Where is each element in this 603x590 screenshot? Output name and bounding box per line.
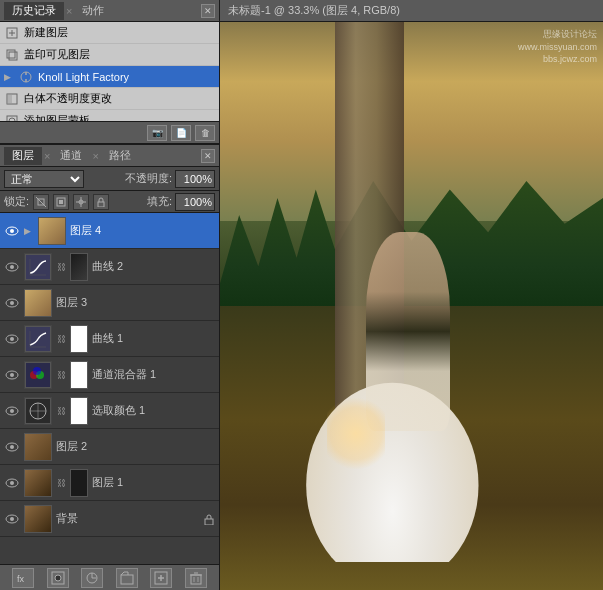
mask-thumbnail [70,253,88,281]
history-snapshot-btn[interactable]: 📷 [147,125,167,141]
layer-thumbnail [38,217,66,245]
lock-transparent-btn[interactable] [33,194,49,210]
layer-thumbnail [24,469,52,497]
layer-visibility-toggle[interactable] [4,331,20,347]
svg-point-30 [10,337,14,341]
history-delete-btn[interactable]: 🗑 [195,125,215,141]
history-item-selected[interactable]: ▶ Knoll Light Factory [0,66,219,88]
svg-rect-57 [121,575,133,584]
layer-item[interactable]: ⛓ 曲线 2 [0,249,219,285]
layer-item-background[interactable]: 背景 [0,501,219,537]
svg-text:fx: fx [17,574,25,584]
merge-icon [4,47,20,63]
fill-input[interactable] [175,193,215,211]
history-item[interactable]: 白体不透明度更改 [0,88,219,110]
svg-rect-15 [59,200,63,204]
history-panel: 历史记录 × 动作 ✕ 新建图层 盖印可见图层 [0,0,219,145]
tab-actions[interactable]: 动作 [74,2,112,20]
opacity-control: 不透明度: [125,170,215,188]
svg-point-23 [10,265,14,269]
chain-icon: ⛓ [56,334,66,344]
watermark-text: 思缘设计论坛 www.missyuan.com bbs.jcwz.com [518,28,597,66]
svg-rect-9 [7,94,12,104]
svg-point-49 [10,481,14,485]
tab-sep: × [44,150,50,162]
layer-item[interactable]: ▶ 图层 4 [0,213,219,249]
history-item-label: 盖印可见图层 [24,47,90,62]
svg-point-21 [10,229,14,233]
layer-fx-btn[interactable]: fx [12,568,34,588]
lock-label: 锁定: [4,194,29,209]
layer-adjustment-btn[interactable] [81,568,103,588]
layers-panel: 图层 × 通道 × 路径 ✕ 正常 不透明度: 锁定: [0,145,219,590]
layer-visibility-toggle[interactable] [4,439,20,455]
blend-mode-select[interactable]: 正常 [4,170,84,188]
layer-name: 通道混合器 1 [92,367,215,382]
layer-item[interactable]: 图层 2 [0,429,219,465]
svg-rect-61 [191,575,201,584]
channel-mixer-icon [24,361,52,389]
history-new-btn[interactable]: 📄 [171,125,191,141]
layer-visibility-toggle[interactable] [4,511,20,527]
layer-item[interactable]: ⛓ 图层 1 [0,465,219,501]
layer-list: ▶ 图层 4 ⛓ 曲线 2 [0,213,219,564]
canvas-area: 未标题-1 @ 33.3% (图层 4, RGB/8) 思缘设计论坛 www.m… [220,0,603,590]
layer-thumbnail [24,433,52,461]
history-item[interactable]: 添加图层蒙板 [0,110,219,121]
history-item[interactable]: 新建图层 [0,22,219,44]
tab-paths[interactable]: 路径 [101,147,139,165]
layer-visibility-toggle[interactable] [4,403,20,419]
layer-group-btn[interactable] [116,568,138,588]
layer-mask-btn[interactable] [47,568,69,588]
left-panel: 历史记录 × 动作 ✕ 新建图层 盖印可见图层 [0,0,220,590]
layer-visibility-toggle[interactable] [4,367,20,383]
canvas-background: 思缘设计论坛 www.missyuan.com bbs.jcwz.com [220,22,603,590]
svg-point-47 [10,445,14,449]
opacity-input[interactable] [175,170,215,188]
layer-visibility-toggle[interactable] [4,259,20,275]
lock-all-btn[interactable] [93,194,109,210]
opacity-icon [4,91,20,107]
chain-icon: ⛓ [56,478,66,488]
fill-control: 填充: [147,193,215,211]
chain-icon: ⛓ [56,406,66,416]
layer-name: 曲线 1 [92,331,215,346]
layer-delete-btn[interactable] [185,568,207,588]
layer-visibility-toggle[interactable] [4,295,20,311]
canvas-header: 未标题-1 @ 33.3% (图层 4, RGB/8) [220,0,603,22]
app-container: 历史记录 × 动作 ✕ 新建图层 盖印可见图层 [0,0,603,590]
tab-separator: × [66,5,72,17]
tab-layers[interactable]: 图层 [4,147,42,165]
layer-visibility-toggle[interactable] [4,475,20,491]
layers-lock-bar: 锁定: 填充: [0,191,219,213]
filter-icon [18,69,34,85]
layer-name: 图层 3 [56,295,215,310]
lock-image-btn[interactable] [53,194,69,210]
tab-sep2: × [92,150,98,162]
mask-thumbnail [70,469,88,497]
layer-item[interactable]: 图层 3 [0,285,219,321]
history-item[interactable]: 盖印可见图层 [0,44,219,66]
layer-name: 背景 [56,511,199,526]
new-layer-icon [4,25,20,41]
layer-item[interactable]: ⛓ 曲线 1 [0,321,219,357]
layers-close-btn[interactable]: ✕ [201,149,215,163]
canvas-image[interactable]: 思缘设计论坛 www.missyuan.com bbs.jcwz.com [220,22,603,590]
layer-item[interactable]: ⛓ 选取颜色 1 [0,393,219,429]
history-close-btn[interactable]: ✕ [201,4,215,18]
layer-name: 图层 2 [56,439,215,454]
history-item-label: 白体不透明度更改 [24,91,112,106]
layer-item[interactable]: ⛓ 通道混合器 1 [0,357,219,393]
chain-icon: ⛓ [56,370,66,380]
svg-point-39 [33,367,41,375]
lock-position-btn[interactable] [73,194,89,210]
svg-point-35 [10,373,14,377]
tab-history[interactable]: 历史记录 [4,2,64,20]
tab-channels[interactable]: 通道 [52,147,90,165]
lock-icon [203,513,215,525]
layer-new-btn[interactable] [150,568,172,588]
layer-expand[interactable]: ▶ [24,226,34,236]
layer-name: 选取颜色 1 [92,403,215,418]
layer-visibility-toggle[interactable] [4,223,20,239]
curves-adj-icon [24,253,52,281]
